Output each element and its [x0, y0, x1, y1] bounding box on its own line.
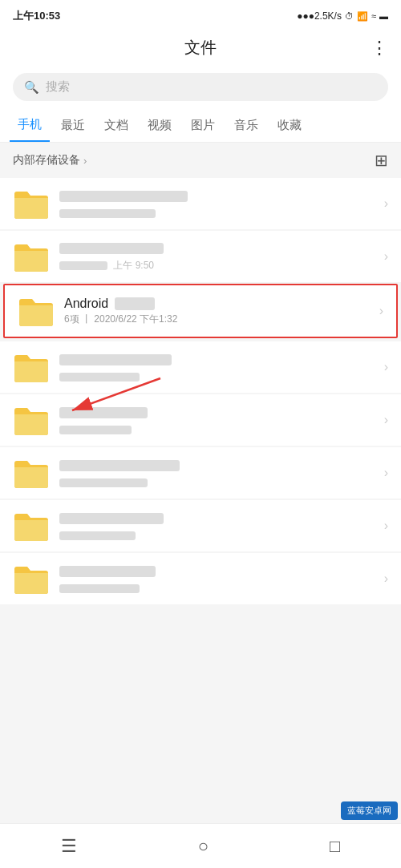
page-title: 文件 — [184, 37, 217, 59]
search-bar: 🔍 搜索 — [0, 67, 401, 109]
file-meta: 6项 丨 2020/6/22 下午1:32 — [64, 313, 373, 326]
tab-image[interactable]: 图片 — [183, 110, 223, 141]
tab-recent[interactable]: 最近 — [53, 110, 93, 141]
tab-document[interactable]: 文档 — [96, 110, 136, 141]
android-folder-item[interactable]: Android 6项 丨 2020/6/22 下午1:32 › — [3, 284, 398, 338]
file-item[interactable]: › — [0, 500, 401, 551]
file-info — [59, 564, 378, 594]
tab-music[interactable]: 音乐 — [226, 110, 266, 141]
network-speed: ●●●2.5K/s — [297, 10, 342, 22]
file-chevron: › — [384, 360, 388, 374]
header: 文件 ⋮ — [0, 29, 401, 67]
file-name — [59, 511, 378, 526]
status-time: 上午10:53 — [13, 9, 60, 23]
file-chevron: › — [379, 304, 383, 318]
breadcrumb[interactable]: 内部存储设备 › — [13, 153, 87, 168]
folder-icon — [13, 563, 50, 595]
file-name: Android — [64, 297, 373, 311]
file-chevron: › — [384, 571, 388, 586]
file-name — [59, 564, 378, 579]
file-info — [59, 406, 378, 435]
file-item[interactable]: 上午 9:50 › — [0, 231, 401, 282]
wifi-icon: ≈ — [371, 11, 376, 21]
file-info — [59, 189, 378, 219]
file-list: › 上午 9:50 › — [0, 178, 401, 604]
file-chevron: › — [384, 466, 388, 480]
alarm-icon: ⏱ — [345, 11, 354, 21]
file-name — [59, 189, 378, 204]
folder-icon — [18, 295, 55, 327]
watermark: 蓝莓安卓网 — [341, 801, 398, 820]
file-name — [59, 353, 378, 367]
file-info — [59, 458, 378, 488]
file-name — [59, 458, 378, 473]
tab-favorite[interactable]: 收藏 — [269, 110, 310, 141]
file-item[interactable]: › — [0, 178, 401, 229]
file-item[interactable]: › — [0, 447, 401, 499]
file-item[interactable]: › — [0, 553, 401, 604]
file-item[interactable]: › — [0, 341, 401, 393]
search-icon: 🔍 — [24, 80, 39, 95]
tab-phone[interactable]: 手机 — [10, 109, 50, 142]
file-chevron: › — [384, 413, 388, 427]
folder-icon — [13, 240, 50, 273]
folder-icon — [13, 510, 50, 542]
file-info — [59, 353, 378, 382]
folder-icon — [13, 404, 50, 436]
home-nav-button[interactable]: ○ — [198, 836, 209, 857]
search-input[interactable]: 🔍 搜索 — [13, 73, 388, 101]
battery-icon: ▬ — [379, 11, 388, 21]
file-meta — [59, 371, 378, 382]
bottom-nav: ☰ ○ □ — [0, 823, 401, 868]
folder-icon — [13, 351, 50, 383]
file-name — [59, 240, 378, 255]
file-meta — [59, 583, 378, 594]
file-chevron: › — [384, 249, 388, 264]
file-meta — [59, 477, 378, 488]
file-chevron: › — [384, 519, 388, 533]
recent-nav-button[interactable]: □ — [330, 836, 340, 857]
file-meta — [59, 424, 378, 435]
file-name — [59, 406, 378, 420]
more-button[interactable]: ⋮ — [371, 38, 388, 59]
file-meta — [59, 530, 378, 541]
tab-bar: 手机 最近 文档 视频 图片 音乐 收藏 — [0, 109, 401, 143]
file-info — [59, 511, 378, 541]
file-info: 上午 9:50 — [59, 240, 378, 273]
folder-icon — [13, 457, 50, 489]
breadcrumb-text: 内部存储设备 — [13, 153, 80, 168]
breadcrumb-chevron: › — [83, 155, 87, 167]
menu-nav-button[interactable]: ☰ — [61, 836, 77, 857]
search-placeholder: 搜索 — [46, 79, 70, 95]
signal-icon: 📶 — [357, 11, 368, 22]
tab-video[interactable]: 视频 — [140, 110, 180, 141]
status-bar: 上午10:53 ●●●2.5K/s ⏱ 📶 ≈ ▬ — [0, 0, 401, 29]
file-meta: 上午 9:50 — [59, 259, 378, 273]
breadcrumb-bar: 内部存储设备 › ⊞ — [0, 143, 401, 178]
folder-icon — [13, 188, 50, 220]
view-toggle-button[interactable]: ⊞ — [375, 151, 388, 170]
file-chevron: › — [384, 196, 388, 211]
file-info: Android 6项 丨 2020/6/22 下午1:32 — [64, 297, 373, 326]
file-item[interactable]: › — [0, 394, 401, 446]
status-icons: ●●●2.5K/s ⏱ 📶 ≈ ▬ — [297, 10, 388, 22]
file-meta — [59, 208, 378, 219]
